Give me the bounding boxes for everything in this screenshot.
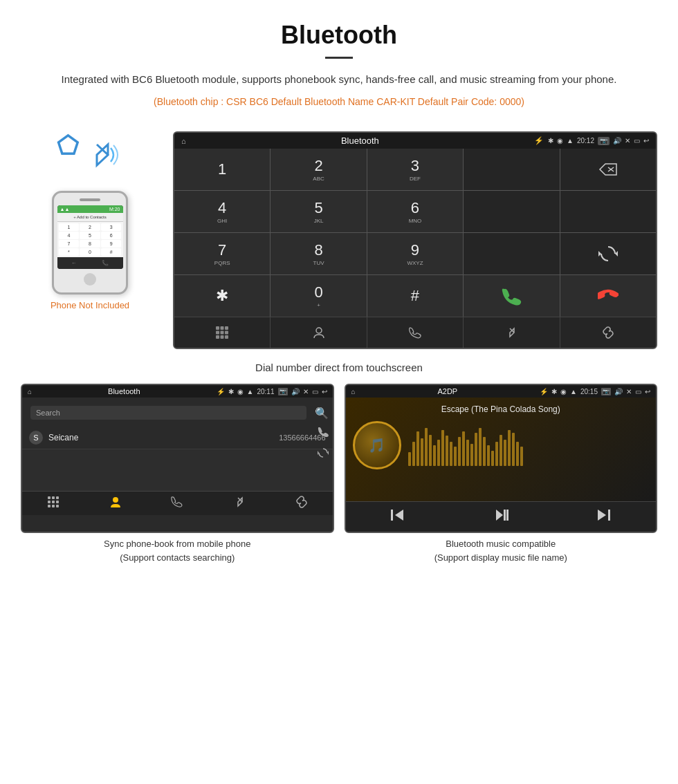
vis-bar xyxy=(458,437,461,466)
phone-call-icon: 📞 xyxy=(102,260,109,266)
dial-bottom-bar xyxy=(174,317,656,348)
phone-key-8: 8 xyxy=(80,240,100,248)
dial-home-icon[interactable]: ⌂ xyxy=(181,137,186,145)
phonebook-search-bar[interactable]: Search xyxy=(30,406,306,420)
music-screen-wrap: ⌂ A2DP ⚡ ✱ ◉ ▲ 20:15 📷 🔊 ✕ ▭ ↩ Escape (T… xyxy=(345,384,658,568)
svg-rect-32 xyxy=(608,510,610,521)
svg-marker-31 xyxy=(598,510,606,521)
dial-backspace-button[interactable] xyxy=(560,149,656,190)
dial-key-1[interactable]: 1 xyxy=(174,149,270,190)
dial-empty-1 xyxy=(464,191,559,232)
dial-key-star[interactable]: ✱ xyxy=(174,275,270,317)
phonebook-sidebar xyxy=(318,426,329,460)
music-song-title: Escape (The Pina Colada Song) xyxy=(441,404,560,414)
music-next-button[interactable] xyxy=(553,507,657,526)
vis-bar xyxy=(437,440,440,466)
music-prev-button[interactable] xyxy=(346,507,450,526)
page-description: Integrated with BC6 Bluetooth module, su… xyxy=(42,71,636,88)
pb-title: Bluetooth xyxy=(35,387,213,395)
svg-point-25 xyxy=(113,497,118,503)
dial-empty-3 xyxy=(464,233,559,274)
vis-bar xyxy=(516,442,519,466)
dial-bottom-bluetooth-icon[interactable] xyxy=(464,317,560,348)
dial-key-0[interactable]: 0+ xyxy=(271,275,366,317)
svg-rect-20 xyxy=(52,501,55,503)
vis-bar xyxy=(487,445,490,466)
wifi-waves-icon xyxy=(82,134,123,180)
phone-key-9: 9 xyxy=(101,240,122,248)
svg-rect-6 xyxy=(225,326,228,330)
vis-bar xyxy=(450,442,452,466)
vis-bar xyxy=(470,444,473,466)
music-time: 20:15 xyxy=(580,388,598,395)
dial-call-button[interactable] xyxy=(464,275,559,317)
svg-rect-16 xyxy=(48,496,51,499)
dial-key-7[interactable]: 7PQRS xyxy=(174,233,270,274)
vis-bar xyxy=(491,451,494,466)
dial-key-2[interactable]: 2ABC xyxy=(271,149,366,190)
phone-time-label: M:20 xyxy=(109,207,120,212)
pb-usb-icon: ⚡ xyxy=(217,388,225,395)
bt-status-icon: ✱ xyxy=(548,137,553,144)
search-icon[interactable]: 🔍 xyxy=(315,407,329,420)
location-status-icon: ◉ xyxy=(557,137,563,144)
svg-rect-8 xyxy=(221,331,224,335)
dial-key-4[interactable]: 4GHI xyxy=(174,191,270,232)
dial-refresh-button[interactable] xyxy=(560,233,656,274)
vis-bar xyxy=(495,442,498,466)
pb-bottom-dialpad[interactable] xyxy=(22,496,84,511)
svg-rect-22 xyxy=(48,505,51,507)
signal-status-icon: ▲ xyxy=(567,137,574,144)
search-placeholder: Search xyxy=(36,409,60,417)
bottom-screens: ⌂ Bluetooth ⚡ ✱ ◉ ▲ 20:11 📷 🔊 ✕ ▭ ↩ Sear… xyxy=(0,384,678,582)
pb-close-icon: ✕ xyxy=(303,388,309,395)
phone-mockup: ▲▲ M:20 + Add to Contacts 1 2 3 4 5 6 7 … xyxy=(52,191,128,295)
main-content: ⬠ ▲▲ M:20 + Add to Contacts xyxy=(0,118,678,356)
phonebook-contact-row[interactable]: S Seicane 13566664466 xyxy=(22,427,333,449)
music-play-pause-button[interactable] xyxy=(449,507,553,526)
pb-call-icon[interactable] xyxy=(318,426,329,439)
pb-bt-icon: ✱ xyxy=(228,388,234,395)
dial-key-hash[interactable]: # xyxy=(367,275,463,317)
dial-screen: ⌂ Bluetooth ⚡ ✱ ◉ ▲ 20:12 📷 🔊 ✕ ▭ ↩ xyxy=(173,131,657,349)
pb-bottom-bluetooth[interactable] xyxy=(208,496,271,511)
svg-rect-19 xyxy=(48,501,51,503)
dial-key-9[interactable]: 9WXYZ xyxy=(367,233,463,274)
dial-key-6[interactable]: 6MNO xyxy=(367,191,463,232)
phone-back-icon: ← xyxy=(71,260,77,266)
pb-home-icon[interactable]: ⌂ xyxy=(28,388,32,395)
phonebook-caption-line1: Sync phone-book from mobile phone xyxy=(104,539,250,549)
pb-bottom-phone[interactable] xyxy=(146,496,208,511)
vis-bar xyxy=(504,440,506,466)
page-title: Bluetooth xyxy=(42,21,636,50)
vis-bar xyxy=(500,435,502,466)
contact-name: Seicane xyxy=(48,433,279,442)
dial-bottom-dialpad-icon[interactable] xyxy=(174,317,271,348)
dial-key-8[interactable]: 8TUV xyxy=(271,233,366,274)
svg-point-13 xyxy=(316,328,322,333)
dial-hangup-button[interactable] xyxy=(560,275,656,317)
bluetooth-icon-area: ⬠ xyxy=(57,131,123,180)
phone-key-4: 4 xyxy=(59,232,80,239)
dial-key-3[interactable]: 3DEF xyxy=(367,149,463,190)
pb-refresh-icon[interactable] xyxy=(318,447,329,460)
dial-caption: Dial number direct from touchscreen xyxy=(0,362,678,373)
pb-camera-icon: 📷 xyxy=(278,388,288,395)
dial-bottom-contacts-icon[interactable] xyxy=(271,317,367,348)
pb-signal-icon: ▲ xyxy=(247,388,254,395)
svg-rect-23 xyxy=(52,505,55,507)
music-statusbar: ⌂ A2DP ⚡ ✱ ◉ ▲ 20:15 📷 🔊 ✕ ▭ ↩ xyxy=(346,385,657,398)
contact-letter: S xyxy=(29,431,43,445)
dial-bottom-link-icon[interactable] xyxy=(560,317,656,348)
svg-marker-28 xyxy=(496,510,503,521)
music-home-icon[interactable]: ⌂ xyxy=(351,388,356,395)
pb-bottom-contacts[interactable] xyxy=(84,496,147,511)
dial-key-5[interactable]: 5JKL xyxy=(271,191,366,232)
dial-bottom-phone-icon[interactable] xyxy=(367,317,464,348)
phonebook-statusbar: ⌂ Bluetooth ⚡ ✱ ◉ ▲ 20:11 📷 🔊 ✕ ▭ ↩ xyxy=(22,385,333,398)
phone-key-7: 7 xyxy=(59,240,80,248)
vis-bar xyxy=(512,433,515,466)
svg-rect-27 xyxy=(391,510,393,521)
pb-bottom-link[interactable] xyxy=(271,496,333,511)
phone-key-3: 3 xyxy=(101,223,122,231)
